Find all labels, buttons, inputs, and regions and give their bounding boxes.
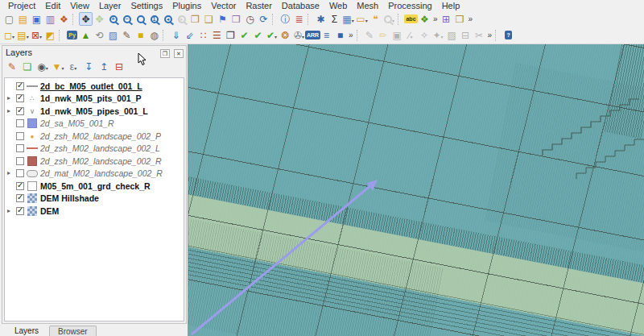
zoom-in-button[interactable]: + bbox=[106, 12, 120, 26]
check-tuflow-layers-button[interactable]: ✔ bbox=[251, 28, 265, 42]
pan-map-button[interactable]: ✥ bbox=[79, 12, 93, 26]
menu-web[interactable]: Web bbox=[324, 0, 352, 11]
layer-item-2d-bc-M05-outlet[interactable]: ▸ 2d_bc_M05_outlet_001_L bbox=[5, 80, 184, 93]
menu-view[interactable]: View bbox=[65, 0, 94, 11]
tcf-tool-button[interactable]: ∷ bbox=[196, 28, 210, 42]
import-tuflow-files-button[interactable]: ⇓ bbox=[169, 28, 183, 42]
tab-layers[interactable]: Layers bbox=[6, 326, 47, 336]
menu-edit[interactable]: Edit bbox=[40, 0, 65, 11]
terrain-plugin-button[interactable]: ▲ bbox=[79, 28, 93, 42]
layer-item-dem-hillshade[interactable]: ▸ DEM Hillshade bbox=[5, 193, 184, 205]
close-panel-button[interactable]: ✕ bbox=[174, 49, 184, 58]
zoom-native-button[interactable]: 1 bbox=[147, 12, 161, 26]
new-spatial-bookmark-button[interactable]: ⚑ bbox=[216, 12, 229, 26]
zoom-next-button[interactable]: ▸ bbox=[175, 12, 188, 26]
toolbar-overflow-chevron[interactable]: » bbox=[486, 31, 494, 39]
temporal-controller-button[interactable]: ◷ bbox=[243, 12, 257, 26]
layer-item-2d-zsh-landscape-P[interactable]: ▸ 2d_zsh_M02_landscape_002_P bbox=[5, 130, 184, 143]
layer-item-M05-5m-grd-check[interactable]: ▸ M05_5m_001_grd_check_R bbox=[5, 180, 184, 193]
manage-map-themes-button[interactable]: ◉▾ bbox=[36, 60, 49, 73]
layer-visibility-checkbox[interactable] bbox=[16, 119, 24, 127]
expander-icon[interactable]: ▸ bbox=[7, 95, 14, 102]
delete-selected-button[interactable]: ⊟ bbox=[459, 28, 473, 42]
show-bookmarks-button[interactable]: ❒ bbox=[229, 12, 243, 26]
layout-manager-button[interactable]: ▥ bbox=[43, 12, 57, 26]
zoom-to-selection-button[interactable]: ▾ bbox=[382, 12, 396, 26]
open-layer-styling-button[interactable]: ✎ bbox=[6, 60, 19, 73]
toolbar-overflow-chevron[interactable]: » bbox=[467, 15, 475, 23]
layer-visibility-checkbox[interactable] bbox=[16, 182, 24, 190]
layer-labeling-button[interactable]: abc bbox=[404, 12, 418, 26]
tuflow-viewer-button[interactable]: ❐ bbox=[224, 28, 237, 42]
map-canvas[interactable] bbox=[188, 44, 644, 336]
open-attribute-table-button[interactable]: ▦▾ bbox=[341, 12, 355, 26]
open-project-button[interactable]: ▤ bbox=[16, 12, 30, 26]
layers-panel-header[interactable]: Layers ❐ ✕ bbox=[2, 46, 186, 58]
layer-visibility-checkbox[interactable] bbox=[16, 207, 24, 215]
layer-visibility-checkbox[interactable] bbox=[16, 132, 24, 140]
cut-features-button[interactable]: ✂ bbox=[473, 28, 486, 42]
save-project-button[interactable]: ▣ bbox=[30, 12, 43, 26]
arr-to-tuflow-button[interactable]: ARR bbox=[306, 28, 320, 42]
new-3d-map-view-button[interactable]: ❑ bbox=[202, 12, 216, 26]
menu-settings[interactable]: Settings bbox=[126, 0, 167, 11]
select-by-value-button[interactable]: ▤▾ bbox=[16, 28, 30, 42]
menu-vector[interactable]: Vector bbox=[206, 0, 241, 11]
check-1d-connections-button[interactable]: ✔▾ bbox=[265, 28, 279, 42]
menu-raster[interactable]: Raster bbox=[241, 0, 276, 11]
current-edits-button[interactable]: ✎ bbox=[363, 28, 377, 42]
refresh-map-button[interactable]: ⟳ bbox=[257, 12, 270, 26]
statistical-summary-button[interactable]: ≣ bbox=[292, 12, 306, 26]
layer-visibility-checkbox[interactable] bbox=[16, 157, 24, 165]
layer-visibility-checkbox[interactable] bbox=[16, 144, 24, 152]
map-tips-button[interactable]: ❝ bbox=[369, 12, 382, 26]
add-group-button[interactable]: ❏ bbox=[21, 60, 34, 73]
toolbar-overflow-chevron[interactable]: » bbox=[431, 15, 440, 23]
python-console-button[interactable]: Py bbox=[65, 28, 79, 42]
mesh-plugin-button[interactable]: ▨ bbox=[106, 28, 120, 42]
menu-plugins[interactable]: Plugins bbox=[167, 0, 206, 11]
style-manager-button[interactable]: ❖ bbox=[57, 12, 71, 26]
zoom-full-button[interactable] bbox=[134, 12, 147, 26]
layer-item-dem[interactable]: ▸ DEM bbox=[5, 205, 184, 218]
cube-plugin-button[interactable]: ■ bbox=[134, 28, 147, 42]
new-map-view-button[interactable]: ❐ bbox=[188, 12, 202, 26]
tuflow-plugin-button[interactable]: ❂ bbox=[279, 28, 292, 42]
filter-legend-button[interactable]: ▼▾ bbox=[52, 60, 64, 73]
add-line-feature-button[interactable]: ∕▾ bbox=[404, 28, 418, 42]
expander-icon[interactable]: ▸ bbox=[7, 108, 14, 114]
menu-help[interactable]: Help bbox=[437, 0, 465, 11]
zoom-out-button[interactable]: − bbox=[120, 12, 134, 26]
layer-item-2d-zsh-landscape-R[interactable]: ▸ 2d_zsh_M02_landscape_002_R bbox=[5, 155, 184, 168]
layer-visibility-checkbox[interactable] bbox=[16, 82, 24, 90]
toggle-editing-button[interactable]: ✏ bbox=[377, 28, 390, 42]
help-button[interactable]: ? bbox=[502, 28, 515, 42]
menu-processing[interactable]: Processing bbox=[383, 0, 436, 11]
menu-mesh[interactable]: Mesh bbox=[352, 0, 383, 11]
insert-tuflow-attributes-button[interactable]: ☰ bbox=[210, 28, 224, 42]
increment-layer-button[interactable]: ⇙ bbox=[183, 28, 196, 42]
vertex-tool-all-layers-button[interactable]: ✧ bbox=[418, 28, 431, 42]
tab-browser[interactable]: Browser bbox=[49, 326, 97, 336]
ring-plugin-button[interactable]: ◍ bbox=[147, 28, 161, 42]
layer-visibility-checkbox[interactable] bbox=[16, 94, 24, 102]
check-1d-geometry-button[interactable]: ✔ bbox=[237, 28, 251, 42]
remove-layer-button[interactable]: ⊟ bbox=[113, 60, 126, 73]
pan-to-selection-button[interactable]: ✥ bbox=[93, 12, 106, 26]
save-layer-edits-button[interactable]: ▣ bbox=[390, 28, 404, 42]
new-layer-button[interactable]: ⊞ bbox=[440, 12, 453, 26]
layer-item-2d-zsh-landscape-L[interactable]: ▸ 2d_zsh_M02_landscape_002_L bbox=[5, 143, 184, 156]
expander-icon[interactable]: ▸ bbox=[7, 170, 14, 176]
modify-attributes-button[interactable]: ▨ bbox=[445, 28, 459, 42]
menu-database[interactable]: Database bbox=[277, 0, 324, 11]
zoom-last-button[interactable]: ◂ bbox=[161, 12, 175, 26]
layer-item-1d-nwk-M05-pits[interactable]: ▸ ∴ 1d_nwk_M05_pits_001_P bbox=[5, 93, 184, 106]
extract-arr-button[interactable]: ≡ bbox=[320, 28, 333, 42]
collapse-all-button[interactable]: ↥ bbox=[97, 60, 110, 73]
attachment-tool-button[interactable]: ✇▾ bbox=[292, 28, 306, 42]
select-by-location-button[interactable]: ◩ bbox=[43, 28, 57, 42]
identify-features-button[interactable]: ⓘ bbox=[279, 12, 292, 26]
select-features-button[interactable]: ◻▾ bbox=[2, 28, 16, 42]
toolbar-overflow-chevron[interactable]: » bbox=[347, 31, 355, 39]
layer-visibility-checkbox[interactable] bbox=[16, 107, 24, 115]
